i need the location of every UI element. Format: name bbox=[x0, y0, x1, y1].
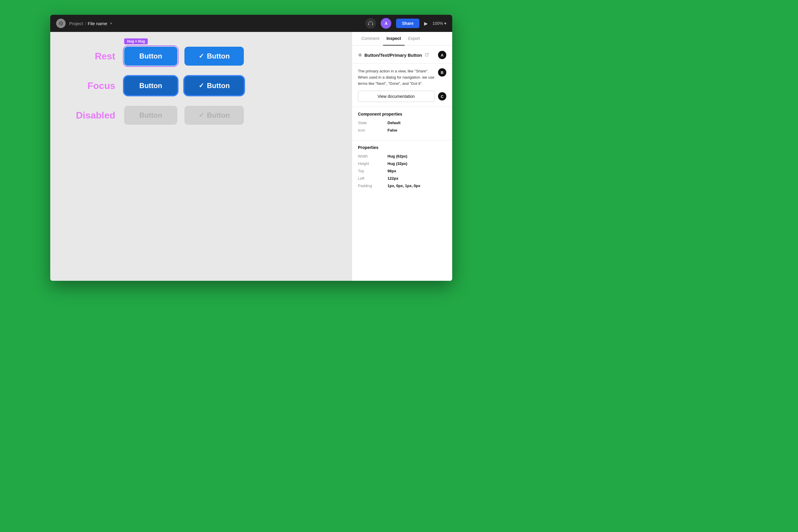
topbar-left: Project / File name ▾ bbox=[56, 19, 112, 28]
state-property-row: State Default bbox=[358, 120, 446, 125]
breadcrumb: Project / File name ▾ bbox=[69, 21, 112, 26]
left-value: 122px bbox=[387, 176, 398, 180]
width-value: Hug (62px) bbox=[387, 154, 407, 158]
component-properties-section: Component properties State Default Icon … bbox=[352, 107, 452, 140]
disabled-button-no-icon: Button bbox=[124, 106, 177, 125]
rest-label: Rest bbox=[68, 51, 115, 62]
component-title-row: ❖ Button/Text/Primary Button bbox=[358, 52, 429, 58]
canvas-area: Rest Hug × Hug Button ✓ Button bbox=[50, 32, 352, 281]
svg-rect-1 bbox=[368, 24, 369, 25]
panel-tabs: Comment Inspect Export bbox=[352, 32, 452, 45]
zoom-control[interactable]: 100% ▾ bbox=[432, 21, 446, 26]
height-label: Height bbox=[358, 162, 387, 166]
top-value: 96px bbox=[387, 169, 396, 173]
focus-label: Focus bbox=[68, 80, 115, 91]
left-label: Left bbox=[358, 176, 387, 180]
canvas-content: Rest Hug × Hug Button ✓ Button bbox=[68, 47, 244, 135]
view-docs-button[interactable]: View documentation bbox=[358, 91, 435, 102]
button-text: Button bbox=[139, 81, 162, 90]
button-text: Button bbox=[207, 81, 230, 90]
tab-comment[interactable]: Comment bbox=[358, 32, 383, 45]
breadcrumb-separator: / bbox=[85, 21, 86, 26]
component-icon: ❖ bbox=[358, 52, 362, 58]
svg-rect-2 bbox=[372, 24, 373, 25]
badge-b: B bbox=[438, 68, 446, 77]
properties-section: Properties Width Hug (62px) Height Hug (… bbox=[352, 140, 452, 196]
rest-buttons-row: Button ✓ Button bbox=[124, 47, 244, 65]
check-icon: ✓ bbox=[198, 82, 204, 90]
topbar: Project / File name ▾ A Share ▶ 100% ▾ bbox=[50, 15, 452, 32]
padding-label: Padding bbox=[358, 184, 387, 188]
external-link-icon[interactable] bbox=[424, 52, 429, 58]
component-name-text: Button/Text/Primary Button bbox=[364, 53, 422, 58]
check-icon: ✓ bbox=[198, 52, 204, 60]
description-text: The primary action in a view, like "Shar… bbox=[358, 68, 435, 87]
properties-title: Properties bbox=[358, 145, 446, 150]
icon-property-row: Icon False bbox=[358, 128, 446, 132]
main-layout: Rest Hug × Hug Button ✓ Button bbox=[50, 32, 452, 281]
hug-label: Hug × Hug bbox=[124, 38, 148, 44]
disabled-buttons-row: Button ✓ Button bbox=[124, 106, 244, 125]
state-value: Default bbox=[387, 120, 400, 125]
breadcrumb-project: Project bbox=[69, 21, 83, 26]
button-text: Button bbox=[139, 111, 162, 119]
tab-export[interactable]: Export bbox=[405, 32, 423, 45]
padding-value: 1px, 0px, 1px, 0px bbox=[387, 184, 420, 188]
zoom-chevron-icon: ▾ bbox=[444, 21, 446, 26]
rest-row-group: Rest Hug × Hug Button ✓ Button bbox=[68, 47, 244, 65]
tab-inspect[interactable]: Inspect bbox=[383, 32, 405, 45]
top-label: Top bbox=[358, 169, 387, 173]
focus-button-no-icon[interactable]: Button bbox=[124, 76, 177, 95]
zoom-label: 100% bbox=[432, 21, 443, 26]
share-button[interactable]: Share bbox=[396, 19, 419, 28]
width-property-row: Width Hug (62px) bbox=[358, 154, 446, 158]
state-label: State bbox=[358, 120, 387, 125]
button-text: Button bbox=[139, 52, 162, 60]
button-text: Button bbox=[207, 111, 230, 119]
badge-c: C bbox=[438, 92, 446, 100]
button-text: Button bbox=[207, 52, 230, 60]
focus-button-with-icon[interactable]: ✓ Button bbox=[185, 76, 244, 95]
check-icon: ✓ bbox=[198, 111, 204, 119]
badge-a[interactable]: A bbox=[438, 51, 446, 59]
focus-buttons-row: Button ✓ Button bbox=[124, 76, 244, 95]
rest-button-with-icon[interactable]: ✓ Button bbox=[185, 47, 244, 65]
padding-property-row: Padding 1px, 0px, 1px, 0px bbox=[358, 184, 446, 188]
topbar-right: A Share ▶ 100% ▾ bbox=[365, 18, 446, 28]
chevron-down-icon[interactable]: ▾ bbox=[110, 21, 112, 25]
disabled-row-group: Disabled Button ✓ Button bbox=[68, 106, 244, 125]
focus-row-group: Focus Button ✓ Button bbox=[68, 76, 244, 95]
headphone-icon[interactable] bbox=[365, 18, 376, 28]
user-avatar[interactable]: A bbox=[381, 18, 391, 28]
breadcrumb-filename: File name bbox=[88, 21, 107, 26]
right-panel: Comment Inspect Export ❖ Button/Text/Pri… bbox=[352, 32, 452, 281]
component-properties-title: Component properties bbox=[358, 112, 446, 116]
top-property-row: Top 96px bbox=[358, 169, 446, 173]
component-description: The primary action in a view, like "Shar… bbox=[352, 63, 452, 107]
icon-value: False bbox=[387, 128, 397, 132]
icon-label: Icon bbox=[358, 128, 387, 132]
disabled-button-with-icon: ✓ Button bbox=[185, 106, 244, 125]
height-value: Hug (32px) bbox=[387, 162, 407, 166]
rest-button-no-icon[interactable]: Button bbox=[124, 47, 177, 65]
component-header: ❖ Button/Text/Primary Button A bbox=[352, 45, 452, 63]
width-label: Width bbox=[358, 154, 387, 158]
app-window: Project / File name ▾ A Share ▶ 100% ▾ bbox=[50, 15, 452, 281]
play-icon[interactable]: ▶ bbox=[424, 21, 428, 26]
figma-logo[interactable] bbox=[56, 19, 65, 28]
disabled-label: Disabled bbox=[68, 110, 115, 121]
left-property-row: Left 122px bbox=[358, 176, 446, 180]
svg-point-0 bbox=[59, 21, 63, 25]
height-property-row: Height Hug (32px) bbox=[358, 162, 446, 166]
